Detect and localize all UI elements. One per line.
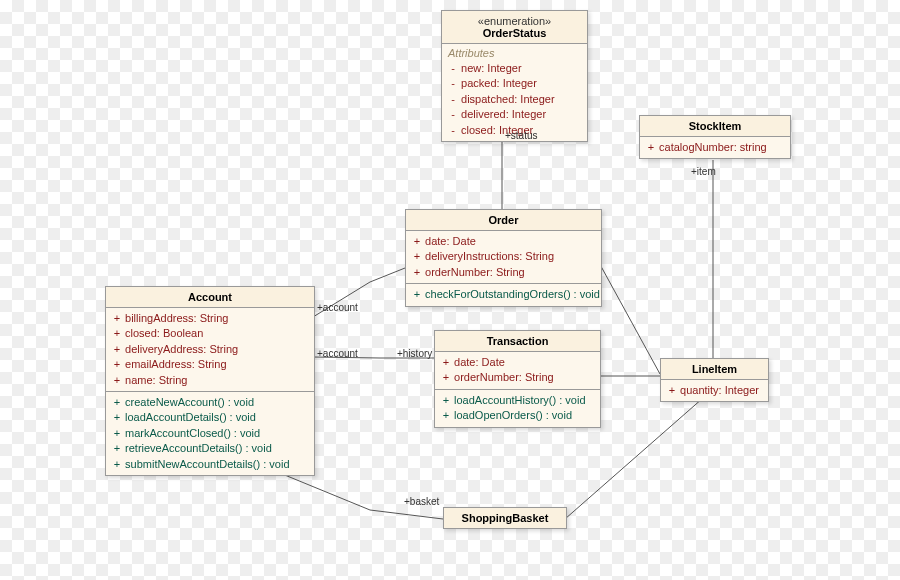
operation-text: loadAccountDetails() : void xyxy=(122,411,256,423)
assoc-label-account-2: +account xyxy=(317,348,358,359)
attributes-section: Attributes - new: Integer- packed: Integ… xyxy=(442,44,587,141)
attribute-text: emailAddress: String xyxy=(122,358,227,370)
visibility: - xyxy=(448,107,458,122)
visibility: + xyxy=(412,234,422,249)
class-transaction[interactable]: Transaction + date: Date+ orderNumber: S… xyxy=(434,330,601,428)
assoc-label-account-1: +account xyxy=(317,302,358,313)
visibility: + xyxy=(112,326,122,341)
visibility: + xyxy=(412,249,422,264)
class-account[interactable]: Account + billingAddress: String+ closed… xyxy=(105,286,315,476)
operation-text: submitNewAccountDetails() : void xyxy=(122,458,290,470)
attribute-text: quantity: Integer xyxy=(677,384,759,396)
class-name: Account xyxy=(106,287,314,308)
visibility: - xyxy=(448,61,458,76)
attribute: - packed: Integer xyxy=(448,76,581,91)
attributes-section: + billingAddress: String+ closed: Boolea… xyxy=(106,308,314,392)
class-shoppingbasket[interactable]: ShoppingBasket xyxy=(443,507,567,529)
operation-text: loadOpenOrders() : void xyxy=(451,409,572,421)
attribute: + emailAddress: String xyxy=(112,357,308,372)
attribute-text: packed: Integer xyxy=(458,77,537,89)
class-name: ShoppingBasket xyxy=(444,508,566,528)
operations-section: + loadAccountHistory() : void+ loadOpenO… xyxy=(435,390,600,427)
operation: + loadOpenOrders() : void xyxy=(441,408,594,423)
attribute: + orderNumber: String xyxy=(441,370,594,385)
attribute-text: name: String xyxy=(122,374,187,386)
svg-line-2 xyxy=(597,259,660,374)
operation-text: createNewAccount() : void xyxy=(122,396,254,408)
visibility: + xyxy=(112,311,122,326)
attribute-text: date: Date xyxy=(422,235,476,247)
attribute: + orderNumber: String xyxy=(412,265,595,280)
operations-section: + checkForOutstandingOrders() : void xyxy=(406,284,601,305)
visibility: - xyxy=(448,92,458,107)
attribute-text: new: Integer xyxy=(458,62,522,74)
attribute-text: deliveryInstructions: String xyxy=(422,250,554,262)
op-list: + checkForOutstandingOrders() : void xyxy=(412,287,595,302)
attribute-text: closed: Boolean xyxy=(122,327,203,339)
attributes-section: + date: Date+ deliveryInstructions: Stri… xyxy=(406,231,601,284)
visibility: + xyxy=(441,408,451,423)
visibility: + xyxy=(441,355,451,370)
operation: + submitNewAccountDetails() : void xyxy=(112,457,308,472)
visibility: - xyxy=(448,123,458,138)
attribute: + date: Date xyxy=(441,355,594,370)
operation-text: checkForOutstandingOrders() : void xyxy=(422,288,600,300)
visibility: + xyxy=(441,370,451,385)
attribute: + closed: Boolean xyxy=(112,326,308,341)
class-orderstatus[interactable]: «enumeration» OrderStatus Attributes - n… xyxy=(441,10,588,142)
assoc-label-item: +item xyxy=(691,166,716,177)
operation-text: markAccountClosed() : void xyxy=(122,427,260,439)
operation: + createNewAccount() : void xyxy=(112,395,308,410)
attribute-text: catalogNumber: string xyxy=(656,141,767,153)
attribute-text: orderNumber: String xyxy=(451,371,554,383)
visibility: + xyxy=(112,457,122,472)
attributes-section: + date: Date+ orderNumber: String xyxy=(435,352,600,390)
class-name: Transaction xyxy=(435,331,600,352)
attribute-text: delivered: Integer xyxy=(458,108,546,120)
assoc-label-status: +status xyxy=(505,130,538,141)
attribute: - dispatched: Integer xyxy=(448,92,581,107)
operation: + loadAccountHistory() : void xyxy=(441,393,594,408)
class-order[interactable]: Order + date: Date+ deliveryInstructions… xyxy=(405,209,602,307)
operation: + checkForOutstandingOrders() : void xyxy=(412,287,595,302)
op-list: + loadAccountHistory() : void+ loadOpenO… xyxy=(441,393,594,424)
attr-list: - new: Integer- packed: Integer- dispatc… xyxy=(448,61,581,138)
attribute-text: dispatched: Integer xyxy=(458,93,555,105)
class-lineitem[interactable]: LineItem + quantity: Integer xyxy=(660,358,769,402)
attribute: + catalogNumber: string xyxy=(646,140,784,155)
visibility: - xyxy=(448,76,458,91)
stereotype: «enumeration» xyxy=(448,15,581,27)
visibility: + xyxy=(412,265,422,280)
assoc-label-basket: +basket xyxy=(404,496,439,507)
operation: + markAccountClosed() : void xyxy=(112,426,308,441)
attributes-section: + quantity: Integer xyxy=(661,380,768,401)
attribute: + deliveryInstructions: String xyxy=(412,249,595,264)
class-name: OrderStatus xyxy=(448,27,581,39)
attr-list: + catalogNumber: string xyxy=(646,140,784,155)
class-title: «enumeration» OrderStatus xyxy=(442,11,587,44)
visibility: + xyxy=(112,357,122,372)
class-name: Order xyxy=(406,210,601,231)
visibility: + xyxy=(112,395,122,410)
visibility: + xyxy=(112,441,122,456)
attribute: - delivered: Integer xyxy=(448,107,581,122)
operations-section: + createNewAccount() : void+ loadAccount… xyxy=(106,392,314,475)
attribute-text: date: Date xyxy=(451,356,505,368)
attr-list: + date: Date+ orderNumber: String xyxy=(441,355,594,386)
attribute: - new: Integer xyxy=(448,61,581,76)
class-stockitem[interactable]: StockItem + catalogNumber: string xyxy=(639,115,791,159)
attribute: + date: Date xyxy=(412,234,595,249)
visibility: + xyxy=(667,383,677,398)
attribute-text: deliveryAddress: String xyxy=(122,343,238,355)
attribute: + billingAddress: String xyxy=(112,311,308,326)
visibility: + xyxy=(646,140,656,155)
visibility: + xyxy=(412,287,422,302)
attribute: + deliveryAddress: String xyxy=(112,342,308,357)
attribute: + quantity: Integer xyxy=(667,383,762,398)
diagram-canvas: «enumeration» OrderStatus Attributes - n… xyxy=(0,0,900,580)
class-name: StockItem xyxy=(640,116,790,137)
attribute-text: orderNumber: String xyxy=(422,266,525,278)
assoc-label-history: +history xyxy=(397,348,432,359)
visibility: + xyxy=(112,373,122,388)
section-header: Attributes xyxy=(448,47,581,59)
